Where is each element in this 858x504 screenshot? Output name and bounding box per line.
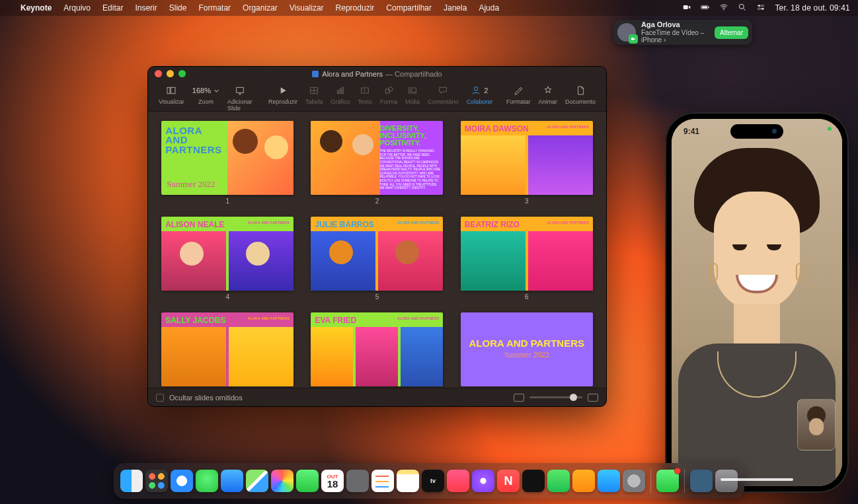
menubar: Keynote Arquivo Editar Inserir Slide For…	[0, 0, 858, 16]
thumbnail-size-slider[interactable]	[529, 396, 582, 398]
minimize-button[interactable]	[167, 70, 174, 77]
slide-6[interactable]: BEATRIZ RIZO ALORA AND PARTNERS 6	[459, 217, 594, 301]
iphone-device: 9:41	[665, 112, 849, 493]
menu-ajuda[interactable]: Ajuda	[473, 3, 505, 13]
menu-arquivo[interactable]: Arquivo	[58, 3, 97, 13]
battery-icon[interactable]	[701, 3, 710, 14]
tb-animate[interactable]: Animar	[534, 84, 561, 105]
tb-view[interactable]: Visualizar	[155, 84, 188, 105]
tb-collaborate[interactable]: 2 Colaborar	[463, 84, 497, 105]
tb-text[interactable]: TTexto	[354, 84, 377, 105]
slide-3[interactable]: MOIRA DAWSON ALORA AND PARTNERS 3	[459, 121, 594, 205]
dock-mail[interactable]	[221, 470, 243, 492]
dock-facetime[interactable]	[296, 470, 319, 492]
dock-stocks[interactable]	[522, 470, 545, 492]
home-indicator[interactable]	[721, 478, 793, 481]
menu-reproduzir[interactable]: Reproduzir	[330, 3, 381, 13]
wifi-icon[interactable]	[719, 3, 728, 14]
fullscreen-button[interactable]	[178, 70, 186, 77]
dock-launchpad[interactable]	[145, 470, 168, 492]
tb-chart[interactable]: Gráfico	[327, 84, 354, 105]
dock-safari[interactable]	[171, 470, 193, 492]
tb-document-label: Documento	[565, 98, 596, 105]
menu-slide[interactable]: Slide	[163, 3, 193, 13]
window-titlebar[interactable]: Alora and Partners — Compartilhado	[148, 67, 606, 81]
tb-zoom[interactable]: 168% Zoom	[188, 84, 223, 105]
slide-3-name: MOIRA DAWSON	[465, 124, 529, 133]
tb-collab-label: Colaborar	[467, 98, 493, 105]
dock-tv[interactable]: tv	[422, 470, 444, 492]
slide-1-title: ALORA AND PARTNERS	[165, 126, 225, 155]
slide-6-name: BEATRIZ RIZO	[465, 220, 520, 229]
tb-comment[interactable]: Comentário	[424, 84, 463, 105]
slide-lightbox[interactable]: ALORA AND PARTNERS Summer 2022 1 DIVERSI…	[148, 112, 606, 388]
tb-document[interactable]: Documento	[561, 84, 600, 105]
dock-contacts[interactable]	[346, 470, 369, 492]
slide-8[interactable]: EVA FRIED ALORA AND PARTNERS 8	[309, 312, 444, 388]
slide-5-photo-1	[311, 231, 375, 291]
dock-appstore[interactable]	[598, 470, 620, 492]
menu-compartilhar[interactable]: Compartilhar	[380, 3, 438, 13]
slide-5-number: 5	[375, 293, 379, 301]
tb-format[interactable]: Formatar	[502, 84, 535, 105]
slide-2[interactable]: DIVERSITY, INCLUSIVITY, POSITIVITY. THE …	[309, 121, 444, 205]
tb-add-slide[interactable]: Adicionar Slide	[223, 84, 256, 112]
facetime-self-view[interactable]	[797, 399, 836, 450]
dock-messages[interactable]	[196, 470, 218, 492]
switch-button[interactable]: Alternar	[715, 26, 748, 39]
control-center-icon[interactable]	[756, 3, 765, 14]
dock-maps[interactable]	[246, 470, 268, 492]
hide-skipped-checkbox[interactable]	[156, 394, 164, 402]
dock-notes[interactable]	[397, 470, 419, 492]
menu-inserir[interactable]: Inserir	[129, 3, 163, 13]
tb-format-label: Formatar	[506, 98, 531, 105]
dock-calendar[interactable]: OUT 18	[321, 470, 344, 492]
menu-editar[interactable]: Editar	[97, 3, 129, 13]
menu-organizar[interactable]: Organizar	[237, 3, 284, 13]
tb-table[interactable]: Tabela	[301, 84, 327, 105]
facetime-handoff-notification[interactable]: Aga Orlova FaceTime de Vídeo – iPhone › …	[613, 20, 752, 45]
slide-9[interactable]: ALORA AND PARTNERS Summer 2022 9	[459, 312, 594, 388]
thumb-small-icon[interactable]	[514, 394, 524, 402]
dock-downloads[interactable]	[690, 470, 713, 492]
dock-podcasts[interactable]	[472, 470, 494, 492]
caller-name: Aga Orlova	[641, 20, 709, 29]
iphone-screen: 9:41	[672, 119, 842, 486]
slide-7[interactable]: SALLY JACOBS ALORA AND PARTNERS 7	[160, 312, 295, 388]
tb-media[interactable]: Mídia	[401, 84, 424, 105]
thumb-large-icon[interactable]	[588, 394, 598, 402]
slide-4[interactable]: ALISON NEALE ALORA AND PARTNERS 4	[160, 217, 295, 301]
dock-news[interactable]: N	[497, 470, 520, 492]
slide-8-photo-3	[401, 327, 443, 386]
dock-photos[interactable]	[271, 470, 293, 492]
search-icon[interactable]	[738, 3, 747, 14]
slide-1[interactable]: ALORA AND PARTNERS Summer 2022 1	[160, 121, 295, 205]
tb-play[interactable]: Reproduzir	[264, 84, 301, 105]
slide-4-photo-2	[229, 231, 293, 291]
dock-facetime-running[interactable]	[656, 470, 679, 492]
dock-reminders[interactable]	[371, 470, 394, 492]
menu-app[interactable]: Keynote	[15, 3, 58, 13]
toolbar: Visualizar 168% Zoom Adicionar Slide Rep…	[148, 81, 606, 112]
slide-4-number: 4	[225, 293, 229, 301]
dock-system-settings[interactable]	[623, 470, 645, 492]
slide-1-subtitle: Summer 2022	[167, 179, 215, 190]
slide-2-image	[311, 121, 380, 195]
menubar-status: Ter. 18 de out. 09:41	[682, 3, 850, 14]
dock-finder[interactable]	[120, 470, 143, 492]
dock-numbers[interactable]	[547, 470, 570, 492]
menubar-clock[interactable]: Ter. 18 de out. 09:41	[775, 3, 850, 13]
dock-trash[interactable]	[715, 470, 738, 492]
facetime-status-icon[interactable]	[682, 3, 691, 14]
slide-5[interactable]: JULIE BARROS ALORA AND PARTNERS 5	[309, 217, 444, 301]
menu-janela[interactable]: Janela	[438, 3, 473, 13]
slide-3-photo-2	[528, 135, 593, 195]
tb-shape[interactable]: Forma	[376, 84, 401, 105]
menu-visualizar[interactable]: Visualizar	[284, 3, 330, 13]
svg-rect-11	[631, 38, 634, 40]
news-label: N	[504, 474, 513, 488]
close-button[interactable]	[155, 70, 162, 77]
dock-music[interactable]	[447, 470, 469, 492]
menu-formatar[interactable]: Formatar	[192, 3, 237, 13]
dock-pages[interactable]	[572, 470, 595, 492]
